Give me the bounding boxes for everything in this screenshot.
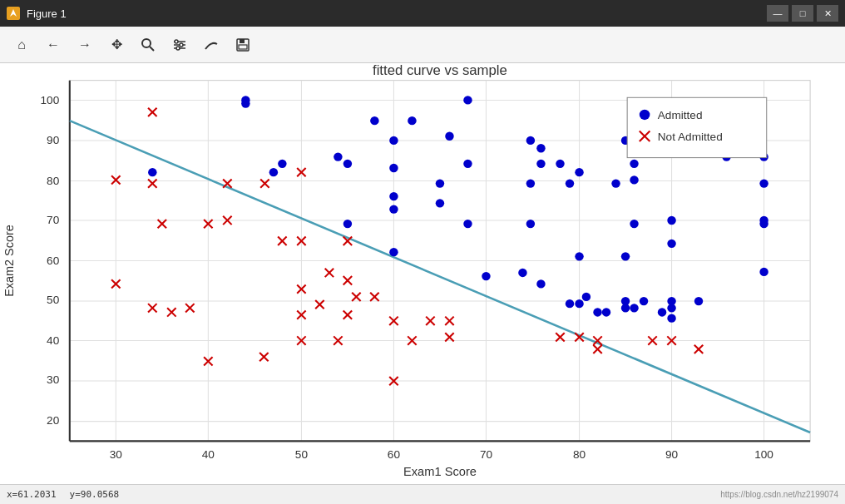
admitted-point — [436, 179, 444, 187]
admitted-point — [408, 116, 416, 125]
svg-point-6 — [180, 43, 183, 47]
svg-text:60: 60 — [388, 448, 400, 461]
admitted-point — [566, 179, 574, 187]
admitted-point — [241, 96, 250, 104]
admitted-point — [630, 160, 638, 168]
zoom-button[interactable] — [133, 32, 163, 58]
admitted-point — [526, 220, 535, 228]
admitted-point — [667, 240, 675, 248]
svg-rect-9 — [240, 39, 245, 43]
admitted-point — [556, 160, 564, 168]
pan-button[interactable]: ✥ — [101, 32, 131, 58]
svg-text:30: 30 — [110, 448, 122, 461]
svg-line-1 — [150, 47, 154, 51]
admitted-point — [640, 297, 648, 305]
svg-point-0 — [142, 39, 151, 47]
admitted-point — [658, 308, 666, 316]
admitted-point — [621, 304, 630, 312]
admitted-point — [436, 199, 444, 207]
svg-text:70: 70 — [47, 214, 59, 226]
svg-text:80: 80 — [47, 175, 59, 187]
admitted-point — [593, 308, 601, 316]
admitted-point — [343, 220, 352, 228]
admitted-point — [621, 252, 630, 260]
admitted-point — [575, 252, 583, 260]
admitted-point — [343, 160, 352, 168]
admitted-point — [370, 116, 378, 125]
status-url: https://blog.csdn.net/hz2199074 — [720, 490, 838, 499]
admitted-point — [630, 220, 638, 228]
main-window: Figure 1 — □ ✕ ⌂ ← → ✥ — [0, 0, 845, 504]
admitted-point — [667, 314, 675, 323]
svg-text:100: 100 — [754, 448, 773, 461]
admitted-point — [630, 175, 638, 184]
admitted-point — [389, 248, 398, 256]
admitted-point — [536, 279, 545, 288]
chart-svg: 30 40 50 60 70 80 90 100 100 90 80 70 60… — [0, 63, 845, 484]
home-button[interactable]: ⌂ — [7, 32, 37, 58]
svg-text:fitted curve vs sample: fitted curve vs sample — [373, 63, 507, 78]
admitted-point — [575, 168, 583, 176]
admitted-point — [518, 269, 526, 277]
admitted-point — [389, 164, 398, 172]
admitted-point — [463, 96, 472, 104]
svg-text:90: 90 — [47, 134, 59, 146]
svg-text:80: 80 — [573, 448, 586, 461]
svg-text:90: 90 — [665, 448, 678, 461]
window-controls: — □ ✕ — [767, 5, 838, 22]
maximize-button[interactable]: □ — [792, 5, 813, 22]
admitted-point — [526, 179, 535, 187]
admitted-point — [759, 220, 768, 228]
svg-point-7 — [176, 47, 180, 50]
admitted-point — [566, 299, 574, 308]
admitted-point — [602, 308, 610, 316]
window-title: Figure 1 — [27, 7, 67, 20]
x-coordinate: x=61.2031 — [7, 489, 57, 500]
title-bar: Figure 1 — □ ✕ — [0, 0, 845, 27]
legend-admitted-icon — [640, 110, 650, 120]
legend-admitted-label: Admitted — [658, 109, 703, 121]
admitted-point — [582, 293, 591, 301]
admitted-point — [630, 304, 638, 312]
title-bar-left: Figure 1 — [7, 7, 67, 20]
minimize-button[interactable]: — — [767, 5, 788, 22]
svg-text:100: 100 — [41, 94, 60, 106]
status-left: x=61.2031 y=90.0568 — [7, 489, 119, 500]
admitted-point — [667, 216, 675, 225]
svg-point-5 — [175, 40, 178, 43]
svg-text:Exam1 Score: Exam1 Score — [403, 465, 477, 478]
save-button[interactable] — [228, 32, 258, 58]
admitted-point — [611, 179, 620, 187]
admitted-point — [389, 205, 398, 213]
svg-text:60: 60 — [47, 254, 59, 267]
admitted-point — [536, 160, 545, 168]
admitted-point — [445, 132, 453, 141]
admitted-point — [463, 220, 472, 228]
admitted-point — [334, 152, 342, 161]
admitted-point — [694, 297, 703, 305]
svg-text:70: 70 — [480, 448, 492, 461]
admitted-point — [575, 299, 583, 308]
admitted-point — [463, 160, 472, 168]
chart-area: 30 40 50 60 70 80 90 100 100 90 80 70 60… — [0, 63, 845, 484]
close-button[interactable]: ✕ — [817, 5, 838, 22]
admitted-point — [148, 168, 156, 176]
svg-text:50: 50 — [295, 448, 308, 461]
admitted-point — [759, 268, 768, 276]
admitted-point — [389, 192, 398, 200]
settings-button[interactable] — [165, 32, 195, 58]
admitted-point — [759, 179, 768, 187]
curve-button[interactable] — [196, 32, 226, 58]
forward-button[interactable]: → — [70, 32, 100, 58]
svg-rect-10 — [239, 45, 247, 49]
svg-rect-135 — [627, 97, 767, 157]
svg-text:40: 40 — [202, 448, 215, 461]
app-icon — [7, 7, 20, 20]
admitted-point — [536, 144, 545, 152]
svg-text:50: 50 — [47, 294, 59, 306]
back-button[interactable]: ← — [38, 32, 68, 58]
admitted-point — [667, 297, 675, 305]
admitted-point — [278, 160, 286, 168]
y-coordinate: y=90.0568 — [70, 489, 120, 500]
admitted-point — [389, 136, 398, 145]
